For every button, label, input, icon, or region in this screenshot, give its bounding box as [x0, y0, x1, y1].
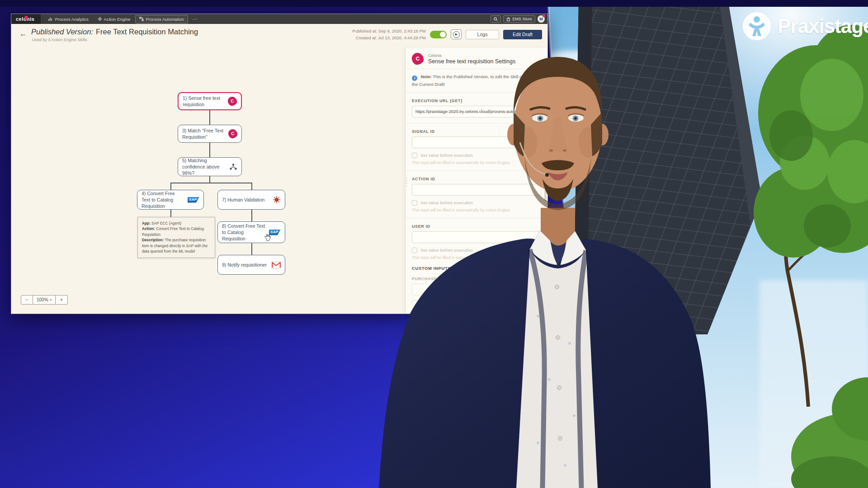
chevron-down-icon: ▾ [50, 298, 52, 302]
more-tabs-button[interactable]: ⋯ [189, 16, 202, 22]
connector [251, 183, 252, 190]
page-subtitle: Used by 0 Action Engine Skills [32, 38, 87, 42]
connector [209, 176, 210, 183]
flow-node-confidence[interactable]: 5) Matching confidence above 99%? [178, 157, 242, 176]
action-engine-icon [98, 17, 102, 21]
published-at: Published at: Sep 9, 2020, 2:43:16 PM [352, 28, 426, 34]
connector [170, 183, 171, 190]
tab-process-automation[interactable]: Process Automation [135, 15, 188, 23]
flow-node-human-validation[interactable]: 7) Human Validation [217, 190, 285, 210]
back-arrow-button[interactable]: ← [19, 29, 27, 38]
connector [170, 183, 252, 183]
flow-node-convert-b[interactable]: 8) Convert Free Text to Catalog Requisit… [217, 221, 285, 243]
human-task-icon [273, 196, 281, 204]
zoom-in-button[interactable]: + [56, 295, 68, 305]
skill-canvas: 1) Sense free text requisition C 3) Matc… [11, 48, 405, 314]
presenter [371, 36, 714, 488]
stage: Praxistage.at© celonis Process Analytics… [0, 0, 868, 488]
notification-dot [542, 14, 545, 17]
flow-node-sense[interactable]: 1) Sense free text requisition C [178, 92, 242, 110]
app-topbar: celonis Process Analytics Action Engine … [11, 14, 547, 24]
flow-node-match[interactable]: 3) Match "Free Text Requisition" C [178, 125, 242, 143]
connector [209, 110, 210, 125]
tab-process-analytics[interactable]: Process Analytics [44, 15, 92, 23]
action-tooltip: App: SAP ECC (Agent) Action: Convert Fre… [137, 217, 215, 258]
flow-node-convert-a[interactable]: 4) Convert Free Text to Catalog Requisit… [137, 190, 204, 210]
praxistage-figure-icon [742, 12, 771, 41]
sap-icon: SAP [188, 197, 199, 203]
hand-cursor-icon [264, 234, 271, 241]
gmail-icon [272, 262, 281, 268]
tab-action-engine[interactable]: Action Engine [94, 15, 135, 23]
app-tabs: Process Analytics Action Engine Process … [44, 15, 202, 23]
connector [209, 143, 210, 157]
connector [251, 243, 252, 255]
celonis-skill-icon: C [227, 96, 238, 107]
logo-text: Praxistage.at [778, 15, 868, 37]
process-analytics-icon [48, 17, 53, 21]
search-icon [494, 17, 498, 21]
process-automation-icon [139, 17, 144, 21]
zoom-control: − 100% ▾ + [21, 295, 68, 305]
search-button[interactable] [491, 15, 501, 23]
celonis-skill-icon: C [228, 129, 238, 139]
flow-node-notify[interactable]: 9) Notify requisitioner [217, 255, 285, 275]
zoom-out-button[interactable]: − [21, 295, 33, 305]
title-text: Free Text Requisition Matching [96, 28, 198, 36]
page-title: Published Version:Free Text Requisition … [31, 28, 198, 36]
connector [170, 210, 171, 217]
praxistage-logo: Praxistage.at© [742, 12, 868, 41]
celonis-logo[interactable]: celonis [11, 14, 41, 24]
ml-decision-icon [229, 163, 237, 171]
title-prefix: Published Version: [31, 28, 93, 36]
top-frame [0, 0, 868, 7]
user-avatar[interactable]: M [538, 15, 545, 23]
topbar-right: EMS Store M [491, 15, 547, 23]
zoom-level-select[interactable]: 100% ▾ [33, 295, 56, 305]
store-bag-icon [506, 17, 510, 21]
ems-store-button[interactable]: EMS Store [503, 15, 535, 23]
connector [251, 210, 252, 221]
